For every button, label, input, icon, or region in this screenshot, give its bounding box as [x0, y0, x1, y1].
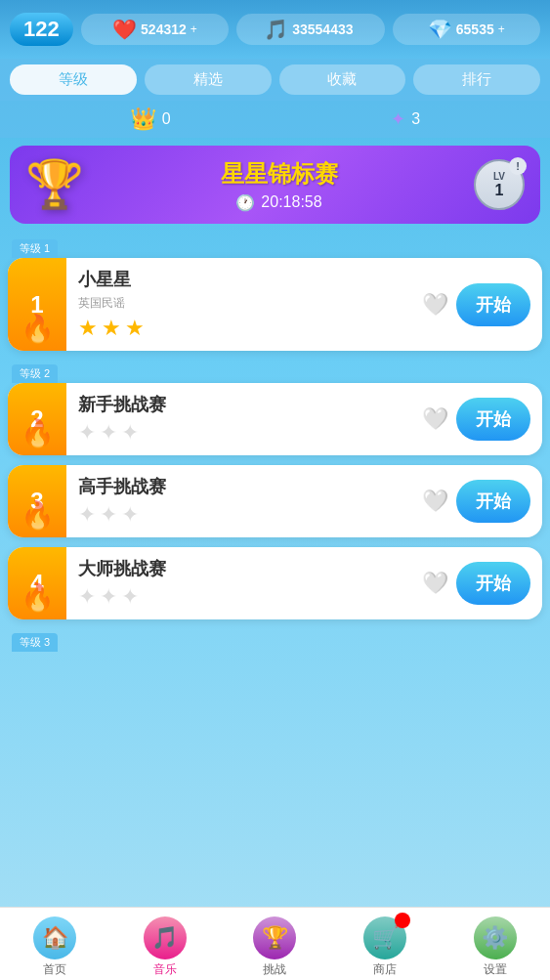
song-card-1: 1 🔥 小星星 英国民谣 ★ ★ ★ 🤍 开始	[8, 258, 542, 351]
level-label-text-2: 等级 2	[12, 364, 58, 383]
tournament-title: 星星锦标赛	[94, 158, 464, 190]
song-name-2: 新手挑战赛	[78, 393, 410, 416]
song-list: 等级 1 1 🔥 小星星 英国民谣 ★ ★ ★ 🤍 开始 等级 2 2 🔥	[0, 232, 550, 896]
song-rank-3: 3 🔥	[8, 465, 66, 537]
star-3-2: ✦	[100, 502, 117, 528]
star-3-1: ✦	[78, 502, 96, 528]
nav-item-home[interactable]: 🏠 首页	[0, 911, 110, 978]
tab-level[interactable]: 等级	[10, 64, 137, 95]
music-icon-wrap: 🎵	[144, 916, 187, 959]
level-badge: 122	[10, 13, 73, 46]
crown-row: 👑 0 ✦ 3	[0, 101, 550, 138]
home-icon: 🏠	[42, 925, 68, 951]
heart-value: 524312	[141, 21, 187, 37]
crown-icon: 👑	[130, 107, 156, 132]
nav-item-settings[interactable]: ⚙️ 设置	[440, 911, 550, 978]
shop-badge	[395, 913, 410, 928]
song-stars-4: ✦ ✦ ✦	[78, 584, 410, 610]
heart-stat: ❤️ 524312 +	[81, 14, 229, 45]
level-label-2: 等级 2	[8, 361, 542, 383]
song-content-3: 高手挑战赛 ✦ ✦ ✦	[66, 465, 422, 537]
nav-label-music: 音乐	[153, 961, 177, 978]
note-value: 33554433	[292, 21, 353, 37]
nav-tabs: 等级 精选 收藏 排行	[0, 59, 550, 101]
start-button-1[interactable]: 开始	[456, 283, 530, 326]
like-icon-1[interactable]: 🤍	[422, 292, 448, 318]
diamond-value: 65535	[456, 21, 494, 37]
level-label-text-1: 等级 1	[12, 239, 58, 258]
nav-item-shop[interactable]: 🛒 商店	[330, 911, 441, 978]
song-content-4: 大师挑战赛 ✦ ✦ ✦	[66, 547, 422, 619]
top-bar: 122 ❤️ 524312 + 🎵 33554433 💎 65535 +	[0, 0, 550, 59]
nav-label-challenge: 挑战	[263, 961, 286, 978]
song-actions-2: 🤍 开始	[422, 383, 542, 455]
star-4-2: ✦	[100, 584, 117, 610]
star-1-1: ★	[78, 316, 98, 341]
lv-badge: LV 1 !	[474, 159, 525, 210]
level-label-3: 等级 3	[8, 629, 542, 652]
settings-icon: ⚙️	[482, 925, 508, 951]
song-actions-3: 🤍 开始	[422, 465, 542, 537]
song-stars-1: ★ ★ ★	[78, 316, 410, 341]
song-card-4: 4 🔥 大师挑战赛 ✦ ✦ ✦ 🤍 开始	[8, 547, 542, 619]
nav-label-home: 首页	[43, 961, 66, 978]
timer-value: 20:18:58	[261, 193, 321, 211]
start-button-2[interactable]: 开始	[456, 398, 530, 441]
level-label-1: 等级 1	[8, 235, 542, 258]
nav-label-shop: 商店	[373, 961, 397, 978]
crown-item: 👑 0	[130, 107, 171, 132]
flame-icon-4: 🔥	[21, 581, 55, 614]
start-button-3[interactable]: 开始	[456, 480, 530, 523]
settings-icon-wrap: ⚙️	[474, 916, 517, 959]
trophy-icon: 🏆	[25, 157, 84, 212]
diamond-plus: +	[498, 22, 505, 36]
challenge-icon-wrap: 🏆	[253, 916, 296, 959]
star-2-2: ✦	[100, 420, 117, 446]
lv-text: LV	[493, 171, 505, 182]
song-content-1: 小星星 英国民谣 ★ ★ ★	[66, 258, 422, 351]
flame-icon-2: 🔥	[21, 417, 55, 449]
start-button-4[interactable]: 开始	[456, 562, 530, 605]
star-3-3: ✦	[121, 502, 139, 528]
nav-label-settings: 设置	[484, 961, 507, 978]
like-icon-2[interactable]: 🤍	[422, 406, 448, 432]
star-1-3: ★	[125, 316, 145, 341]
song-actions-1: 🤍 开始	[422, 258, 542, 351]
music-icon: 🎵	[151, 925, 178, 951]
star-4-1: ✦	[78, 584, 96, 610]
diamond-icon: 💎	[428, 18, 452, 41]
info-icon: !	[509, 157, 527, 175]
tournament-info: 星星锦标赛 🕐 20:18:58	[94, 158, 464, 212]
diamond-item-value: 3	[411, 110, 420, 128]
flame-icon-1: 🔥	[21, 313, 55, 345]
tournament-banner[interactable]: 🏆 星星锦标赛 🕐 20:18:58 LV 1 !	[10, 146, 540, 224]
diamond-sparkle-icon: ✦	[391, 108, 405, 130]
diamond-item: ✦ 3	[391, 108, 420, 130]
song-rank-4: 4 🔥	[8, 547, 66, 619]
shop-icon: 🛒	[372, 925, 399, 951]
note-stat: 🎵 33554433	[236, 14, 384, 45]
diamond-stat: 💎 65535 +	[393, 14, 540, 45]
song-desc-1: 英国民谣	[78, 295, 410, 312]
tab-featured[interactable]: 精选	[145, 64, 272, 95]
shop-icon-wrap: 🛒	[363, 916, 406, 959]
heart-plus: +	[190, 22, 197, 36]
song-content-2: 新手挑战赛 ✦ ✦ ✦	[66, 383, 422, 455]
song-card-3: 3 🔥 高手挑战赛 ✦ ✦ ✦ 🤍 开始	[8, 465, 542, 537]
tab-ranking[interactable]: 排行	[413, 64, 540, 95]
note-icon: 🎵	[264, 18, 288, 41]
song-stars-3: ✦ ✦ ✦	[78, 502, 410, 528]
song-card-2: 2 🔥 新手挑战赛 ✦ ✦ ✦ 🤍 开始	[8, 383, 542, 455]
clock-icon: 🕐	[235, 193, 255, 212]
song-name-3: 高手挑战赛	[78, 475, 410, 498]
tab-collection[interactable]: 收藏	[279, 64, 406, 95]
nav-item-music[interactable]: 🎵 音乐	[110, 911, 221, 978]
star-2-1: ✦	[78, 420, 96, 446]
like-icon-4[interactable]: 🤍	[422, 571, 448, 596]
song-name-4: 大师挑战赛	[78, 557, 410, 580]
song-actions-4: 🤍 开始	[422, 547, 542, 619]
like-icon-3[interactable]: 🤍	[422, 489, 448, 514]
bottom-nav: 🏠 首页 🎵 音乐 🏆 挑战 🛒 商店 ⚙️ 设置	[0, 907, 550, 980]
nav-item-challenge[interactable]: 🏆 挑战	[220, 911, 330, 978]
tournament-timer: 🕐 20:18:58	[94, 193, 464, 212]
